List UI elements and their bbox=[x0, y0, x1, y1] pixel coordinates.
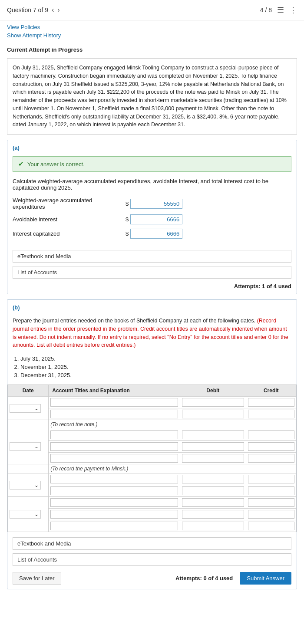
credit-input-3e[interactable] bbox=[248, 522, 294, 530]
debit-input-2a[interactable] bbox=[182, 430, 244, 439]
date-dropdown-3a[interactable]: ⌄ bbox=[10, 481, 41, 490]
note-text-1: (To record the note.) bbox=[49, 420, 297, 429]
wae-input[interactable] bbox=[130, 199, 182, 209]
note-row-2: (To record the payment to Minsk.) bbox=[8, 464, 297, 473]
debit-input-3b[interactable] bbox=[182, 486, 244, 495]
dates-list: July 31, 2025. November 1, 2025. Decembe… bbox=[7, 354, 297, 384]
credit-input-3a[interactable] bbox=[248, 475, 294, 483]
section-a: (a) ✔ Your answer is correct. Calculate … bbox=[7, 140, 297, 294]
date-dropdown-cell-1: ⌄ bbox=[8, 397, 49, 420]
credit-input-1a[interactable] bbox=[248, 398, 294, 407]
table-row bbox=[8, 441, 297, 453]
date-item-2: November 1, 2025. bbox=[20, 364, 291, 370]
account-input-3b[interactable] bbox=[50, 486, 178, 495]
credit-input-cell-2b bbox=[246, 441, 296, 453]
table-row: ⌄ bbox=[8, 429, 297, 441]
account-input-2a[interactable] bbox=[50, 430, 178, 439]
list-of-accounts-button-b[interactable]: List of Accounts bbox=[13, 553, 291, 566]
account-input-2b[interactable] bbox=[50, 442, 178, 451]
debit-input-3d[interactable] bbox=[182, 510, 244, 519]
account-input-cell-3e bbox=[49, 520, 180, 532]
debit-input-2c[interactable] bbox=[182, 454, 244, 463]
problem-text: On July 31, 2025, Sheffield Company enga… bbox=[7, 58, 297, 135]
etextbook-button-a[interactable]: eTextbook and Media bbox=[13, 250, 291, 263]
account-input-3a[interactable] bbox=[50, 475, 178, 483]
account-input-cell-2a bbox=[49, 429, 180, 441]
save-for-later-button[interactable]: Save for Later bbox=[13, 572, 61, 585]
section-a-instruction: Calculate weighted-average accumulated e… bbox=[7, 175, 297, 194]
credit-input-cell-1a bbox=[246, 397, 296, 408]
debit-input-3c[interactable] bbox=[182, 498, 244, 507]
account-input-2c[interactable] bbox=[50, 454, 178, 463]
col-debit: Debit bbox=[180, 385, 246, 397]
field-row-capitalized: Interest capitalized $ bbox=[13, 229, 291, 239]
account-input-3e[interactable] bbox=[50, 522, 178, 530]
show-attempt-link[interactable]: Show Attempt History bbox=[7, 32, 297, 39]
field-row-wae: Weighted-average accumulated expenditure… bbox=[13, 197, 291, 210]
checkmark-icon: ✔ bbox=[18, 160, 24, 168]
more-options-button[interactable]: ⋮ bbox=[289, 5, 297, 15]
header: Question 7 of 9 ‹ › 4 / 8 ☰ ⋮ bbox=[0, 0, 304, 20]
date-dropdown-1[interactable]: ⌄ bbox=[10, 404, 41, 413]
account-input-3d[interactable] bbox=[50, 510, 178, 519]
account-input-1a[interactable] bbox=[50, 398, 178, 407]
credit-input-2b[interactable] bbox=[248, 442, 294, 451]
correct-banner: ✔ Your answer is correct. bbox=[13, 156, 291, 172]
date-dropdown-2[interactable]: ⌄ bbox=[10, 442, 41, 451]
etextbook-button-b[interactable]: eTextbook and Media bbox=[13, 537, 291, 550]
list-of-accounts-button-a[interactable]: List of Accounts bbox=[13, 266, 291, 279]
avoidable-label: Avoidable interest bbox=[13, 216, 126, 223]
capitalized-input[interactable] bbox=[130, 229, 182, 239]
table-row: ⌄ bbox=[8, 397, 297, 408]
fields-table: Weighted-average accumulated expenditure… bbox=[7, 194, 297, 248]
dollar-sign-1: $ bbox=[126, 200, 129, 207]
prev-question-button[interactable]: ‹ bbox=[52, 6, 54, 14]
chevron-down-icon-3b: ⌄ bbox=[34, 511, 39, 517]
debit-input-cell-3c bbox=[180, 497, 246, 509]
attempt-in-progress-label: Current Attempt in Progress bbox=[0, 44, 304, 55]
avoidable-input[interactable] bbox=[130, 214, 182, 224]
capitalized-label: Interest capitalized bbox=[13, 230, 126, 237]
credit-input-3c[interactable] bbox=[248, 498, 294, 507]
credit-input-cell-2a bbox=[246, 429, 296, 441]
credit-input-cell-3c bbox=[246, 497, 296, 509]
debit-input-2b[interactable] bbox=[182, 442, 244, 451]
note-date-cell-1 bbox=[8, 420, 49, 429]
wae-label: Weighted-average accumulated expenditure… bbox=[13, 197, 126, 210]
section-a-attempts: Attempts: 1 of 4 used bbox=[7, 280, 297, 294]
account-input-1b[interactable] bbox=[50, 410, 178, 418]
chevron-down-icon-2: ⌄ bbox=[34, 444, 39, 450]
debit-input-cell-2c bbox=[180, 453, 246, 464]
table-row bbox=[8, 520, 297, 532]
table-row bbox=[8, 509, 297, 520]
credit-input-3d[interactable] bbox=[248, 510, 294, 519]
debit-input-3a[interactable] bbox=[182, 475, 244, 483]
date-dropdown-3b[interactable]: ⌄ bbox=[10, 510, 41, 519]
list-icon-button[interactable]: ☰ bbox=[277, 5, 284, 15]
journal-table: Date Account Titles and Explanation Debi… bbox=[7, 384, 297, 532]
submit-answer-button[interactable]: Submit Answer bbox=[240, 572, 291, 585]
header-left: Question 7 of 9 ‹ › bbox=[7, 6, 60, 14]
debit-input-1b[interactable] bbox=[182, 410, 244, 418]
debit-input-cell-3e bbox=[180, 520, 246, 532]
credit-input-2c[interactable] bbox=[248, 454, 294, 463]
field-row-avoidable: Avoidable interest $ bbox=[13, 214, 291, 224]
account-input-3c[interactable] bbox=[50, 498, 178, 507]
date-dropdown-cell-3a: ⌄ bbox=[8, 473, 49, 497]
col-date: Date bbox=[8, 385, 49, 397]
account-input-cell-3c bbox=[49, 497, 180, 509]
note-text-2: (To record the payment to Minsk.) bbox=[49, 464, 297, 473]
debit-input-3e[interactable] bbox=[182, 522, 244, 530]
credit-input-3b[interactable] bbox=[248, 486, 294, 495]
account-input-cell-1b bbox=[49, 408, 180, 420]
date-item-3: December 31, 2025. bbox=[20, 372, 291, 378]
chevron-down-icon-1: ⌄ bbox=[34, 405, 39, 411]
credit-input-2a[interactable] bbox=[248, 430, 294, 439]
credit-input-cell-2c bbox=[246, 453, 296, 464]
table-row bbox=[8, 453, 297, 464]
view-policies-link[interactable]: View Policies bbox=[7, 24, 297, 30]
next-question-button[interactable]: › bbox=[57, 6, 59, 14]
debit-input-1a[interactable] bbox=[182, 398, 244, 407]
credit-input-1b[interactable] bbox=[248, 410, 294, 418]
debit-input-cell-1a bbox=[180, 397, 246, 408]
